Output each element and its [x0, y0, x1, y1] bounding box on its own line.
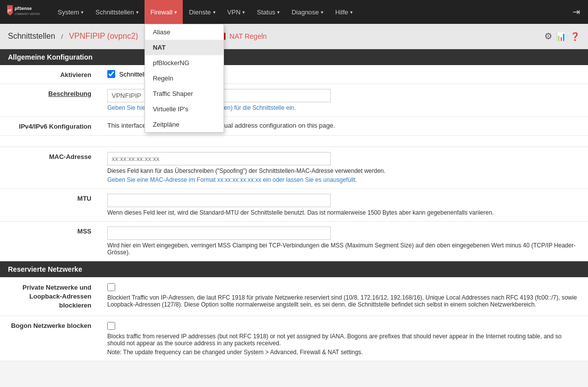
help-bogon-1: Blocks traffic from reserved IP addresse… — [107, 333, 580, 347]
row-bogon-networks: Bogon Netzwerke blocken Blocks traffic f… — [0, 315, 588, 361]
section-reserved-title: Reservierte Netzwerke — [8, 265, 82, 273]
label-bogon-networks: Bogon Netzwerke blocken — [0, 315, 99, 361]
nav-label-dienste: Dienste — [189, 8, 211, 16]
row-aktivieren: Aktivieren Schnittelle aktivi... — [0, 65, 588, 84]
field-mac: Dieses Feld kann für das Überschreiben (… — [99, 147, 588, 189]
settings-icon[interactable]: ⚙ — [544, 31, 552, 42]
reserved-config-table: Private Netzwerke und Loopback-Adressen … — [0, 277, 588, 361]
dropdown-item-zeitplaene[interactable]: Zeitpläne — [145, 117, 223, 132]
nav-label-diagnose: Diagnose — [292, 8, 319, 16]
nav-item-diagnose[interactable]: Diagnose ▾ — [286, 0, 329, 24]
caret-diagnose: ▾ — [321, 9, 323, 15]
row-private-networks: Private Netzwerke und Loopback-Adressen … — [0, 277, 588, 315]
field-private-networks: Blockiert Traffic von IP-Adressen, die l… — [99, 277, 588, 315]
caret-hilfe: ▾ — [350, 9, 353, 15]
help-mac-2: Geben Sie eine MAC-Adresse im Format xx:… — [107, 176, 580, 183]
nav-link-dienste[interactable]: Dienste ▾ — [183, 0, 221, 24]
nav-label-status: Status — [257, 8, 275, 16]
dropdown-item-pfblockerng[interactable]: pfBlockerNG — [145, 55, 223, 71]
caret-dienste: ▾ — [213, 9, 216, 15]
row-mac: MAC-Adresse Dieses Feld kann für das Übe… — [0, 147, 588, 189]
dropdown-item-regeln[interactable]: Regeln — [145, 71, 223, 86]
row-mtu: MTU Wenn dieses Feld leer ist, wird die … — [0, 189, 588, 222]
nav-link-system[interactable]: System ▾ — [52, 0, 89, 24]
general-config-table: Aktivieren Schnittelle aktivi... Beschre… — [0, 65, 588, 261]
dropdown-item-aliase[interactable]: Aliase — [145, 24, 223, 40]
nav-link-schnittstellen[interactable]: Schnittstellen ▾ — [89, 0, 144, 24]
row-ipv4ipv6: IPv4/IPv6 Konfiguration This interface t… — [0, 117, 588, 136]
label-aktivieren: Aktivieren — [0, 65, 99, 84]
dropdown-item-virtuelle-ips[interactable]: Virtuelle IP's — [145, 101, 223, 117]
checkbox-private-networks[interactable] — [107, 283, 115, 291]
nat-regeln-link[interactable]: NAT Regeln — [229, 32, 267, 40]
label-beschreibung: Beschreibung — [0, 84, 99, 117]
label-ipv4ipv6: IPv4/IPv6 Konfiguration — [0, 117, 99, 136]
label-mac: MAC-Adresse — [0, 147, 99, 189]
section-reserved-header: Reservierte Netzwerke — [0, 261, 588, 277]
nav-link-vpn[interactable]: VPN ▾ — [221, 0, 251, 24]
caret-vpn: ▾ — [242, 9, 245, 15]
chart-icon[interactable]: 📊 — [556, 32, 566, 41]
nav-label-system: System — [58, 8, 79, 16]
help-mac-1: Dieses Feld kann für das Überschreiben (… — [107, 167, 580, 174]
section-general-header: Allgemeine Konfiguration — [0, 49, 588, 65]
logout-icon[interactable]: ⇥ — [569, 6, 584, 17]
label-mss: MSS — [0, 222, 99, 261]
main-content: Allgemeine Konfiguration Aktivieren Schn… — [0, 49, 588, 361]
nav-label-hilfe: Hilfe — [335, 8, 348, 16]
help-icon[interactable]: ❓ — [570, 32, 580, 41]
field-mss: Wird hier ein Wert eingegeben, verringer… — [99, 222, 588, 261]
nav-link-status[interactable]: Status ▾ — [251, 0, 286, 24]
nav-item-status[interactable]: Status ▾ — [251, 0, 286, 24]
nav-label-firewall: Firewall — [150, 8, 173, 16]
row-mss: MSS Wird hier ein Wert eingegeben, verri… — [0, 222, 588, 261]
nav-item-vpn[interactable]: VPN ▾ — [221, 0, 251, 24]
nav-item-firewall[interactable]: Firewall ▾ Aliase NAT pfBlockerNG Regeln… — [145, 0, 183, 24]
svg-text:pf: pf — [7, 8, 11, 12]
svg-text:COMMUNITY EDITION: COMMUNITY EDITION — [15, 13, 40, 15]
nav-item-dienste[interactable]: Dienste ▾ — [183, 0, 221, 24]
checkbox-aktivieren[interactable] — [107, 70, 115, 78]
caret-firewall: ▾ — [174, 9, 177, 15]
dropdown-item-nat[interactable]: NAT — [145, 40, 223, 55]
nav-link-firewall[interactable]: Firewall ▾ — [145, 0, 183, 24]
nav-link-diagnose[interactable]: Diagnose ▾ — [286, 0, 329, 24]
help-mtu: Wenn dieses Feld leer ist, wird die Stan… — [107, 209, 580, 216]
label-private-networks: Private Netzwerke und Loopback-Adressen … — [0, 277, 99, 315]
nav-menu: System ▾ Schnittstellen ▾ Firewall ▾ Ali… — [52, 0, 569, 24]
breadcrumb-parent: Schnittstellen — [8, 32, 55, 41]
breadcrumb-separator: / — [61, 33, 63, 40]
nav-label-vpn: VPN — [227, 8, 241, 16]
row-spacer1 — [0, 136, 588, 147]
caret-system: ▾ — [81, 9, 83, 15]
input-mss[interactable] — [107, 227, 331, 240]
nav-item-system[interactable]: System ▾ — [52, 0, 89, 24]
label-mtu: MTU — [0, 189, 99, 222]
help-bogon-2: Note: The update frequency can be change… — [107, 349, 580, 356]
nav-link-hilfe[interactable]: Hilfe ▾ — [329, 0, 359, 24]
brand-logo[interactable]: pf pfSense COMMUNITY EDITION — [4, 3, 44, 21]
section-general-title: Allgemeine Konfiguration — [8, 53, 92, 61]
field-bogon-networks: Blocks traffic from reserved IP addresse… — [99, 315, 588, 361]
field-mtu: Wenn dieses Feld leer ist, wird die Stan… — [99, 189, 588, 222]
help-private-networks: Blockiert Traffic von IP-Adressen, die l… — [107, 294, 580, 308]
checkbox-bogon-networks[interactable] — [107, 322, 115, 330]
navbar: pf pfSense COMMUNITY EDITION System ▾ Sc… — [0, 0, 588, 24]
input-mac[interactable] — [107, 152, 331, 165]
nav-label-schnittstellen: Schnittstellen — [95, 8, 134, 16]
breadcrumb-bar: Schnittstellen / VPNFIPIP (ovpnc2) NAT R… — [0, 24, 588, 49]
svg-text:pfSense: pfSense — [15, 6, 32, 11]
input-mtu[interactable] — [107, 194, 331, 207]
nav-item-schnittstellen[interactable]: Schnittstellen ▾ — [89, 0, 144, 24]
dropdown-item-traffic-shaper[interactable]: Traffic Shaper — [145, 86, 223, 101]
row-beschreibung: Beschreibung Geben Sie hier eine Bezeich… — [0, 84, 588, 117]
caret-schnittstellen: ▾ — [136, 9, 139, 15]
breadcrumb-current[interactable]: VPNFIPIP (ovpnc2) — [69, 32, 138, 41]
firewall-dropdown: Aliase NAT pfBlockerNG Regeln Traffic Sh… — [145, 24, 224, 133]
help-mss: Wird hier ein Wert eingegeben, verringer… — [107, 242, 580, 256]
nav-item-hilfe[interactable]: Hilfe ▾ — [329, 0, 359, 24]
breadcrumb-actions: ⚙ 📊 ❓ — [544, 31, 580, 42]
caret-status: ▾ — [277, 9, 280, 15]
